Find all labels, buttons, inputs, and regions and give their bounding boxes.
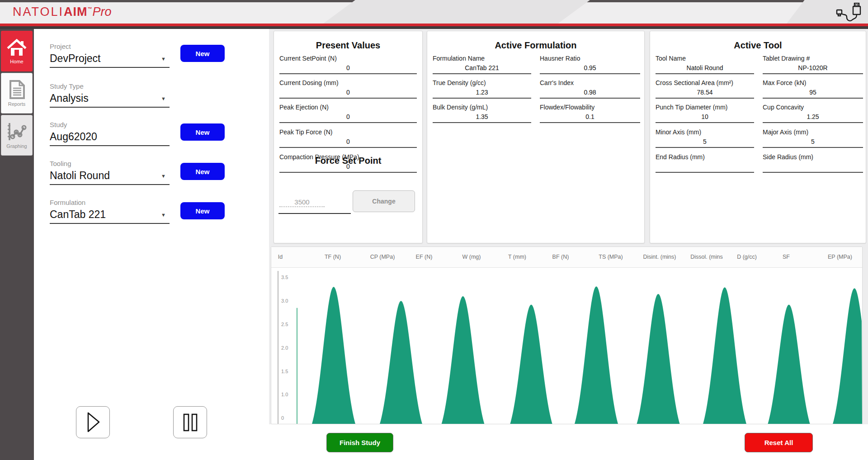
sidebar-item-label: Reports xyxy=(8,101,26,107)
carrs-index-field: Carr's Index 0.98 xyxy=(540,79,640,99)
field-value: 0.1 xyxy=(540,111,640,123)
sidebar-item-label: Home xyxy=(10,59,23,64)
table-column-header: TS (MPa) xyxy=(599,247,623,267)
true-density-field: True Density (g/cc) 1.23 xyxy=(433,79,531,99)
force-set-point-input[interactable] xyxy=(279,198,325,207)
field-label: Flowdex/Flowability xyxy=(540,104,640,111)
field-value xyxy=(656,161,754,173)
y-axis-tick-label: 3.0 xyxy=(281,298,288,304)
end-radius-field: End Radius (mm) xyxy=(656,153,754,173)
active-tool-card: Active Tool Tool Name Natoli Round Cross… xyxy=(650,31,866,243)
field-label: Punch Tip Diameter (mm) xyxy=(656,104,754,111)
sidebar-item-graphing[interactable]: Graphing xyxy=(1,115,33,156)
field-label: Peak Ejection (N) xyxy=(279,104,417,111)
brand-tm: ™ xyxy=(88,6,93,11)
max-force-field: Max Force (kN) 95 xyxy=(763,79,863,99)
project-select[interactable]: DevProject ▼ xyxy=(50,51,170,68)
table-column-header: TF (N) xyxy=(325,247,341,267)
y-axis-tick-label: 2.0 xyxy=(281,345,288,351)
field-label: Hausner Ratio xyxy=(540,55,640,62)
results-chart-panel: IdTF (N)CP (MPa)EF (N)W (mg)T (mm)BF (N)… xyxy=(271,247,863,424)
flowdex-field: Flowdex/Flowability 0.1 xyxy=(540,104,640,123)
table-column-header: EP (MPa) xyxy=(828,247,852,267)
cross-sectional-area-field: Cross Sectional Area (mm²) 78.54 xyxy=(656,79,754,99)
current-dosing-field: Current Dosing (mm) 0 xyxy=(279,79,417,99)
field-label: Tablet Drawing # xyxy=(763,55,863,62)
field-label: Minor Axis (mm) xyxy=(656,128,754,136)
field-label: Current SetPoint (N) xyxy=(279,55,417,62)
study-type-field: Study Type Analysis ▼ xyxy=(50,82,170,108)
punch-tip-diameter-field: Punch Tip Diameter (mm) 10 xyxy=(656,104,754,123)
change-setpoint-button[interactable]: Change xyxy=(353,190,415,212)
table-column-header: Disint. (mins) xyxy=(643,247,676,267)
reset-all-button[interactable]: Reset All xyxy=(745,433,813,452)
usb-cable-icon xyxy=(834,3,864,24)
header-trapezoid-decoration xyxy=(323,0,590,24)
present-values-card: Present Values Current SetPoint (N) 0 Cu… xyxy=(274,31,423,243)
finish-study-button[interactable]: Finish Study xyxy=(326,433,393,452)
study-type-label: Study Type xyxy=(50,82,170,90)
play-icon xyxy=(76,407,109,438)
force-profile-chart: 3.53.02.52.01.51.00 xyxy=(271,267,862,424)
study-label: Study xyxy=(50,121,170,129)
pause-icon xyxy=(174,407,207,438)
field-label: Tool Name xyxy=(656,55,754,62)
tablet-drawing-field: Tablet Drawing # NP-1020R xyxy=(763,55,863,74)
sidebar-item-label: Graphing xyxy=(6,143,27,149)
sidebar-item-reports[interactable]: Reports xyxy=(1,73,33,114)
tooling-select[interactable]: Natoli Round ▼ xyxy=(50,168,170,185)
formulation-name-field: Formulation Name CanTab 221 xyxy=(433,55,531,74)
formulation-field: Formulation CanTab 221 ▼ xyxy=(50,199,170,224)
field-label: Cross Sectional Area (mm²) xyxy=(656,79,754,87)
reports-document-icon xyxy=(8,80,26,99)
field-label: Bulk Density (g/mL) xyxy=(433,104,531,111)
field-value: 78.54 xyxy=(656,87,754,99)
chevron-down-icon: ▼ xyxy=(161,96,166,101)
tool-name-field: Tool Name Natoli Round xyxy=(656,55,754,74)
field-value: NP-1020R xyxy=(763,62,863,74)
tooling-new-button[interactable]: New xyxy=(180,163,225,180)
table-column-header: W (mg) xyxy=(462,247,481,267)
hausner-ratio-field: Hausner Ratio 0.95 xyxy=(540,55,640,74)
sidebar-nav: Home Reports xyxy=(0,29,34,460)
y-axis-tick-label: 0 xyxy=(281,415,284,421)
field-label: Current Dosing (mm) xyxy=(279,79,417,87)
field-label: Formulation Name xyxy=(433,55,531,62)
tooling-label: Tooling xyxy=(50,160,170,168)
field-value: 0.98 xyxy=(540,87,640,99)
field-value: Natoli Round xyxy=(656,62,754,74)
study-type-select[interactable]: Analysis ▼ xyxy=(50,90,170,108)
project-new-button[interactable]: New xyxy=(180,45,225,62)
field-value: CanTab 221 xyxy=(433,62,531,74)
peak-ejection-field: Peak Ejection (N) 0 xyxy=(279,104,417,123)
field-value: 0 xyxy=(279,136,417,148)
bulk-density-field: Bulk Density (g/mL) 1.35 xyxy=(433,104,531,123)
brand-natoli: NATOLI xyxy=(13,5,64,19)
formulation-value: CanTab 221 xyxy=(50,209,106,220)
field-label: Carr's Index xyxy=(540,79,640,87)
field-value: 0 xyxy=(279,111,417,123)
pause-button[interactable] xyxy=(173,406,207,438)
field-label: Peak Tip Force (N) xyxy=(279,128,417,136)
active-tool-title: Active Tool xyxy=(650,40,866,51)
tooling-field: Tooling Natoli Round ▼ xyxy=(50,160,170,185)
study-new-button[interactable]: New xyxy=(180,123,225,141)
study-type-value: Analysis xyxy=(50,92,89,104)
peak-tip-force-field: Peak Tip Force (N) 0 xyxy=(279,128,417,148)
formulation-new-button[interactable]: New xyxy=(180,202,225,219)
study-input[interactable]: Aug62020 xyxy=(50,129,170,146)
formulation-select[interactable]: CanTab 221 ▼ xyxy=(50,207,170,224)
sidebar-item-home[interactable]: Home xyxy=(1,31,33,71)
chevron-down-icon: ▼ xyxy=(161,212,166,218)
force-set-point-underline xyxy=(278,213,351,214)
field-value: 1.23 xyxy=(433,87,531,99)
project-value: DevProject xyxy=(50,52,100,64)
table-column-header: T (mm) xyxy=(508,247,526,267)
play-button[interactable] xyxy=(76,406,110,438)
force-profile-plot: 3.53.02.52.01.51.00 xyxy=(271,267,862,424)
home-icon xyxy=(7,38,27,57)
field-value: 5 xyxy=(763,136,863,148)
table-column-header: BF (N) xyxy=(552,247,569,267)
study-field: Study Aug62020 xyxy=(50,121,170,146)
field-value xyxy=(763,161,863,173)
